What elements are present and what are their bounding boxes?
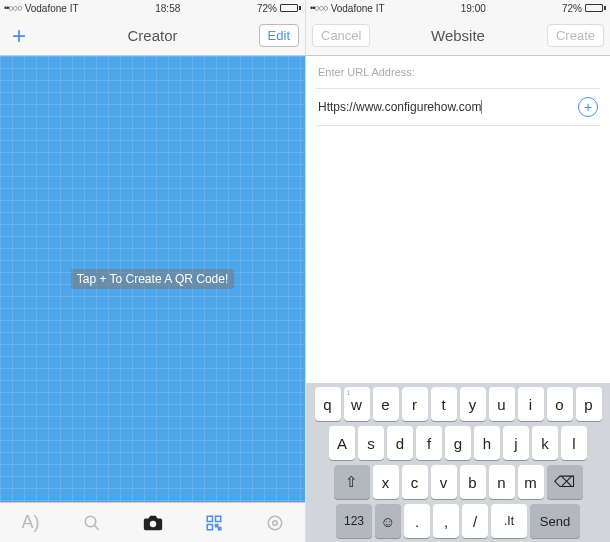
key-it[interactable]: .It xyxy=(491,504,527,538)
url-input[interactable]: Https://www.configurehow.com xyxy=(318,100,578,115)
key-h[interactable]: h xyxy=(474,426,500,460)
kb-row-4: 123 ☺ . , / .It Send xyxy=(309,504,607,538)
website-screen: ••○○○ Vodafone IT 19:00 72% Cancel Websi… xyxy=(305,0,610,542)
kb-row-1: q 1w e r t y u i o p xyxy=(309,387,607,421)
tab-camera[interactable] xyxy=(133,503,173,543)
status-bar: ••○○○ Vodafone IT 18:58 72% xyxy=(0,0,305,16)
key-u[interactable]: u xyxy=(489,387,515,421)
key-l[interactable]: l xyxy=(561,426,587,460)
key-n[interactable]: n xyxy=(489,465,515,499)
key-s[interactable]: s xyxy=(358,426,384,460)
camera-icon xyxy=(142,512,164,534)
kb-row-3: ⇧ x c v b n m ⌫ xyxy=(309,465,607,499)
gear-icon xyxy=(266,514,284,532)
battery-percent: 72% xyxy=(562,3,582,14)
key-v[interactable]: v xyxy=(431,465,457,499)
svg-point-2 xyxy=(149,520,155,526)
key-d[interactable]: d xyxy=(387,426,413,460)
key-x[interactable]: x xyxy=(373,465,399,499)
svg-point-8 xyxy=(272,520,277,525)
key-c[interactable]: c xyxy=(402,465,428,499)
key-i[interactable]: i xyxy=(518,387,544,421)
key-k[interactable]: k xyxy=(532,426,558,460)
creator-screen: ••○○○ Vodafone IT 18:58 72% + Creator Ed… xyxy=(0,0,305,542)
battery-icon xyxy=(585,4,606,12)
tab-text[interactable]: A) xyxy=(11,503,51,543)
create-button[interactable]: Create xyxy=(547,24,604,47)
key-j[interactable]: j xyxy=(503,426,529,460)
canvas-hint: Tap + To Create A QR Code! xyxy=(71,269,235,289)
key-t[interactable]: t xyxy=(431,387,457,421)
key-123[interactable]: 123 xyxy=(336,504,372,538)
battery-percent: 72% xyxy=(257,3,277,14)
svg-line-1 xyxy=(94,525,99,530)
svg-rect-7 xyxy=(218,527,220,529)
key-send[interactable]: Send xyxy=(530,504,580,538)
svg-rect-3 xyxy=(207,516,212,521)
key-backspace[interactable]: ⌫ xyxy=(547,465,583,499)
section-label: Enter URL Address: xyxy=(316,66,600,78)
svg-rect-5 xyxy=(207,524,212,529)
key-p[interactable]: p xyxy=(576,387,602,421)
key-a[interactable]: A xyxy=(329,426,355,460)
key-slash[interactable]: / xyxy=(462,504,488,538)
battery-icon xyxy=(280,4,301,12)
form-area: Enter URL Address: Https://www.configure… xyxy=(306,56,610,383)
url-field-row: Https://www.configurehow.com + xyxy=(316,88,600,126)
key-o[interactable]: o xyxy=(547,387,573,421)
key-r[interactable]: r xyxy=(402,387,428,421)
nav-bar: Cancel Website Create xyxy=(306,16,610,56)
page-title: Creator xyxy=(127,27,177,44)
signal-icon: ••○○○ xyxy=(310,3,328,13)
key-f[interactable]: f xyxy=(416,426,442,460)
key-m[interactable]: m xyxy=(518,465,544,499)
tab-bar: A) xyxy=(0,502,305,542)
qr-icon xyxy=(205,514,223,532)
search-icon xyxy=(83,514,101,532)
tab-search[interactable] xyxy=(72,503,112,543)
edit-button[interactable]: Edit xyxy=(259,24,299,47)
key-comma[interactable]: , xyxy=(433,504,459,538)
page-title: Website xyxy=(431,27,485,44)
clock-label: 18:58 xyxy=(155,3,180,14)
key-e[interactable]: e xyxy=(373,387,399,421)
key-w[interactable]: 1w xyxy=(344,387,370,421)
key-g[interactable]: g xyxy=(445,426,471,460)
svg-rect-6 xyxy=(215,524,217,526)
add-url-button[interactable]: + xyxy=(578,97,598,117)
kb-row-2: A s d f g h j k l xyxy=(309,426,607,460)
tab-settings[interactable] xyxy=(255,503,295,543)
carrier-label: Vodafone IT xyxy=(25,3,79,14)
nav-bar: + Creator Edit xyxy=(0,16,305,56)
key-emoji[interactable]: ☺ xyxy=(375,504,401,538)
key-shift[interactable]: ⇧ xyxy=(334,465,370,499)
svg-point-9 xyxy=(268,516,282,530)
add-button[interactable]: + xyxy=(6,22,32,50)
cancel-button[interactable]: Cancel xyxy=(312,24,370,47)
key-q[interactable]: q xyxy=(315,387,341,421)
key-dot[interactable]: . xyxy=(404,504,430,538)
creator-canvas[interactable]: Tap + To Create A QR Code! xyxy=(0,56,305,502)
signal-icon: ••○○○ xyxy=(4,3,22,13)
svg-point-0 xyxy=(85,516,96,527)
status-bar: ••○○○ Vodafone IT 19:00 72% xyxy=(306,0,610,16)
key-y[interactable]: y xyxy=(460,387,486,421)
carrier-label: Vodafone IT xyxy=(331,3,385,14)
keyboard: q 1w e r t y u i o p A s d f g h j k l ⇧… xyxy=(306,383,610,542)
clock-label: 19:00 xyxy=(461,3,486,14)
svg-rect-4 xyxy=(215,516,220,521)
key-b[interactable]: b xyxy=(460,465,486,499)
tab-qr[interactable] xyxy=(194,503,234,543)
